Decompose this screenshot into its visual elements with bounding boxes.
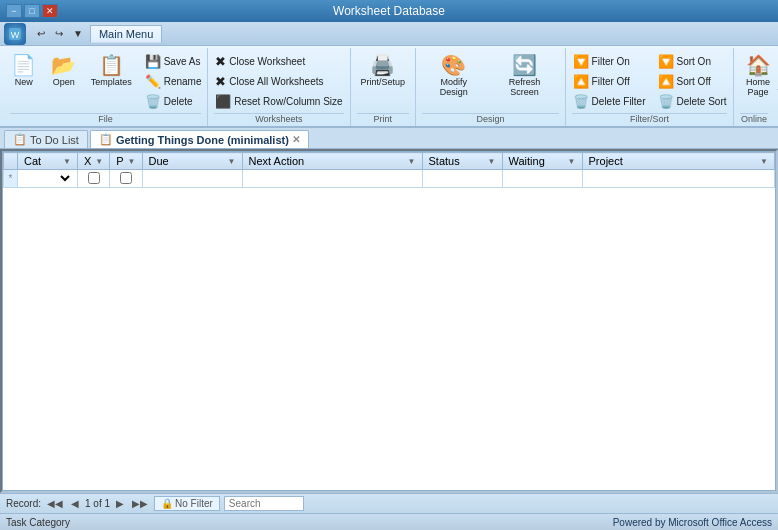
save-as-icon: 💾	[145, 54, 161, 69]
waiting-dropdown-arrow[interactable]: ▼	[568, 157, 576, 166]
delete-filter-button[interactable]: 🗑️ Delete Filter	[569, 92, 650, 111]
refresh-screen-button[interactable]: 🔄 Refresh Screen	[490, 52, 559, 100]
cat-dropdown-select[interactable]	[22, 172, 73, 185]
first-record-button[interactable]: ◀◀	[45, 498, 65, 509]
no-filter-button[interactable]: 🔒 No Filter	[154, 496, 220, 511]
tab-gtd-icon: 📋	[99, 133, 113, 146]
col-x-header[interactable]: X ▼	[78, 153, 110, 170]
home-page-button[interactable]: 🏠 Home Page	[740, 52, 776, 100]
close-all-label: Close All Worksheets	[229, 76, 323, 87]
worksheets-group-label: Worksheets	[214, 113, 343, 126]
modify-design-icon: 🎨	[441, 55, 466, 75]
sort-on-label: Sort On	[677, 56, 711, 67]
delete-sort-icon: 🗑️	[658, 94, 674, 109]
filter-off-icon: 🔼	[573, 74, 589, 89]
rename-icon: ✏️	[145, 74, 161, 89]
app-icon: W	[4, 23, 26, 45]
cat-dropdown-arrow[interactable]: ▼	[63, 157, 71, 166]
ribbon-group-design: 🎨 Modify Design 🔄 Refresh Screen Design	[416, 48, 566, 126]
new-row[interactable]: *	[4, 170, 775, 188]
new-row-project-cell[interactable]	[582, 170, 774, 188]
search-input[interactable]	[224, 496, 304, 511]
next-record-button[interactable]: ▶	[114, 498, 126, 509]
open-button[interactable]: 📂 Open	[46, 52, 82, 90]
col-project-header[interactable]: Project ▼	[582, 153, 774, 170]
tab-gtd-close[interactable]: ✕	[292, 134, 300, 145]
bottom-bar: Task Category Powered by Microsoft Offic…	[0, 513, 778, 530]
last-record-button[interactable]: ▶▶	[130, 498, 150, 509]
sort-off-button[interactable]: 🔼 Sort Off	[654, 72, 731, 91]
col-status-header[interactable]: Status ▼	[422, 153, 502, 170]
col-p-header[interactable]: P ▼	[110, 153, 142, 170]
undo-button[interactable]: ↩	[34, 27, 48, 40]
new-row-cat-cell[interactable]	[18, 170, 78, 188]
record-info: 1 of 1	[85, 498, 110, 509]
templates-button[interactable]: 📋 Templates	[86, 52, 137, 90]
delete-sort-button[interactable]: 🗑️ Delete Sort	[654, 92, 731, 111]
delete-button[interactable]: 🗑️ Delete	[141, 92, 206, 111]
close-worksheet-button[interactable]: ✖ Close Worksheet	[211, 52, 346, 71]
task-category-label: Task Category	[6, 517, 70, 528]
svg-text:W: W	[11, 30, 20, 40]
record-label: Record:	[6, 498, 41, 509]
x-dropdown-arrow[interactable]: ▼	[95, 157, 103, 166]
status-dropdown-arrow[interactable]: ▼	[488, 157, 496, 166]
save-as-label: Save As	[164, 56, 201, 67]
project-dropdown-arrow[interactable]: ▼	[760, 157, 768, 166]
x-checkbox[interactable]	[88, 172, 100, 184]
ribbon-group-print: 🖨️ Print/Setup Print	[351, 48, 416, 126]
col-cat-header[interactable]: Cat ▼	[18, 153, 78, 170]
col-due-header[interactable]: Due ▼	[142, 153, 242, 170]
new-row-marker: *	[4, 170, 18, 188]
close-button[interactable]: ✕	[42, 4, 58, 18]
print-setup-label: Print/Setup	[360, 77, 405, 87]
redo-button[interactable]: ↪	[52, 27, 66, 40]
new-row-p-cell[interactable]	[110, 170, 142, 188]
qa-dropdown[interactable]: ▼	[70, 27, 86, 40]
print-icon: 🖨️	[370, 55, 395, 75]
tab-gtd[interactable]: 📋 Getting Things Done (minimalist) ✕	[90, 130, 309, 148]
nextaction-dropdown-arrow[interactable]: ▼	[408, 157, 416, 166]
delete-sort-label: Delete Sort	[677, 96, 727, 107]
p-checkbox[interactable]	[120, 172, 132, 184]
save-as-button[interactable]: 💾 Save As	[141, 52, 206, 71]
delete-icon: 🗑️	[145, 94, 161, 109]
close-worksheet-label: Close Worksheet	[229, 56, 305, 67]
app-title: Worksheet Database	[66, 4, 712, 18]
reset-size-button[interactable]: ⬛ Reset Row/Column Size	[211, 92, 346, 111]
filter-off-button[interactable]: 🔼 Filter Off	[569, 72, 650, 91]
open-label: Open	[53, 77, 75, 87]
col-nextaction-header[interactable]: Next Action ▼	[242, 153, 422, 170]
new-row-due-cell[interactable]	[142, 170, 242, 188]
row-selector-header	[4, 153, 18, 170]
tab-todo[interactable]: 📋 To Do List	[4, 130, 88, 148]
close-all-worksheets-button[interactable]: ✖ Close All Worksheets	[211, 72, 346, 91]
filtersort-group-label: Filter/Sort	[572, 113, 727, 126]
file-small-buttons: 💾 Save As ✏️ Rename 🗑️ Delete	[141, 52, 206, 111]
new-row-nextaction-cell[interactable]	[242, 170, 422, 188]
minimize-button[interactable]: −	[6, 4, 22, 18]
sort-on-button[interactable]: 🔽 Sort On	[654, 52, 731, 71]
close-worksheet-icon: ✖	[215, 54, 226, 69]
print-setup-button[interactable]: 🖨️ Print/Setup	[355, 52, 410, 90]
home-icon: 🏠	[746, 55, 771, 75]
print-group-label: Print	[357, 113, 409, 126]
rename-button[interactable]: ✏️ Rename	[141, 72, 206, 91]
new-row-status-cell[interactable]	[422, 170, 502, 188]
col-waiting-header[interactable]: Waiting ▼	[502, 153, 582, 170]
new-row-waiting-cell[interactable]	[502, 170, 582, 188]
restore-button[interactable]: □	[24, 4, 40, 18]
modify-design-button[interactable]: 🎨 Modify Design	[422, 52, 486, 100]
quick-access-toolbar: W ↩ ↪ ▼ Main Menu	[0, 22, 778, 46]
no-filter-label: No Filter	[175, 498, 213, 509]
sort-off-label: Sort Off	[677, 76, 711, 87]
prev-record-button[interactable]: ◀	[69, 498, 81, 509]
templates-label: Templates	[91, 77, 132, 87]
new-button[interactable]: 📄 New	[6, 52, 42, 90]
filter-on-label: Filter On	[592, 56, 630, 67]
due-dropdown-arrow[interactable]: ▼	[228, 157, 236, 166]
p-dropdown-arrow[interactable]: ▼	[128, 157, 136, 166]
main-menu-tab[interactable]: Main Menu	[90, 25, 162, 43]
filter-on-button[interactable]: 🔽 Filter On	[569, 52, 650, 71]
new-row-x-cell[interactable]	[78, 170, 110, 188]
